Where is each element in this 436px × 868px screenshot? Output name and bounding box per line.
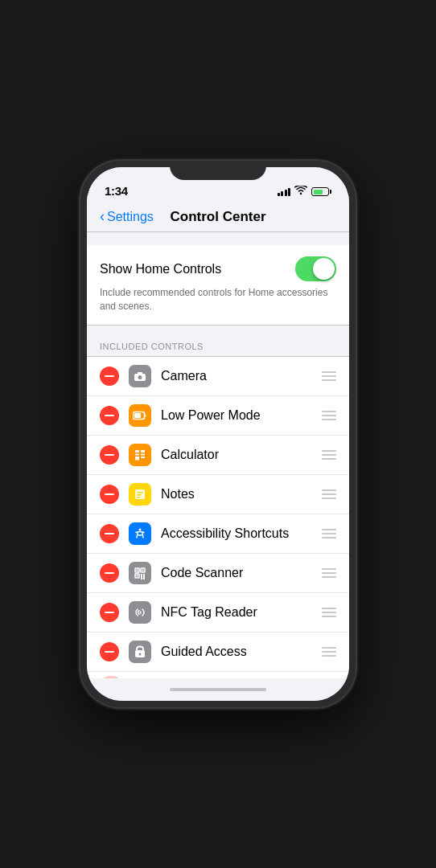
svg-rect-8	[141, 450, 145, 452]
nfc-label: NFC Tag Reader	[161, 605, 322, 620]
remove-calculator-button[interactable]	[100, 445, 119, 465]
accessibility-drag-handle[interactable]	[322, 529, 336, 538]
drag-line	[322, 651, 336, 653]
svg-rect-24	[141, 574, 142, 579]
remove-guided-button[interactable]	[100, 642, 119, 661]
battery-tip	[330, 190, 331, 194]
drag-line	[322, 537, 336, 538]
drag-line	[322, 529, 336, 530]
remove-accessibility-button[interactable]	[100, 524, 119, 543]
svg-rect-5	[134, 413, 141, 418]
screen: 1:34	[87, 167, 349, 701]
toggle-description: Include recommended controls for Home ac…	[100, 286, 336, 313]
drag-line	[322, 655, 336, 657]
phone-frame: 1:34	[80, 161, 356, 707]
guided-drag-handle[interactable]	[322, 647, 336, 657]
battery-body	[311, 187, 329, 196]
drag-line	[322, 489, 336, 491]
minus-icon	[105, 612, 114, 613]
svg-rect-15	[137, 494, 142, 496]
back-chevron-icon: ‹	[100, 208, 105, 225]
signal-bar-3	[285, 190, 287, 196]
svg-rect-22	[142, 569, 144, 571]
minus-icon	[105, 375, 114, 377]
remove-lowpower-button[interactable]	[100, 406, 119, 425]
list-item: Calculator	[87, 436, 349, 475]
signal-bar-2	[281, 191, 283, 196]
codescanner-drag-handle[interactable]	[322, 568, 336, 578]
svg-rect-9	[135, 453, 139, 455]
drag-line	[322, 572, 336, 574]
svg-rect-23	[137, 575, 138, 576]
list-item: Accessibility Shortcuts	[87, 514, 349, 554]
remove-nfc-button[interactable]	[100, 603, 119, 622]
camera-drag-handle[interactable]	[322, 371, 336, 381]
svg-point-2	[138, 375, 142, 379]
svg-rect-11	[135, 457, 139, 461]
list-item: Guided Access	[87, 633, 349, 672]
calculator-drag-handle[interactable]	[322, 450, 336, 460]
list-item: NFC Tag Reader	[87, 593, 349, 633]
back-button[interactable]: ‹ Settings	[100, 209, 154, 225]
calculator-label: Calculator	[161, 448, 322, 462]
minus-icon	[105, 533, 114, 534]
drag-line	[322, 458, 336, 460]
codescanner-icon	[129, 562, 151, 584]
accessibility-label: Accessibility Shortcuts	[161, 526, 322, 541]
drag-line	[322, 568, 336, 570]
notes-icon	[129, 483, 151, 506]
svg-rect-21	[137, 569, 138, 571]
lowpower-icon	[129, 404, 151, 427]
minus-icon	[105, 651, 114, 653]
svg-rect-12	[141, 457, 145, 458]
svg-point-0	[300, 193, 302, 194]
notes-label: Notes	[161, 487, 322, 502]
drag-line	[322, 616, 336, 617]
included-controls-list: Camera	[87, 356, 349, 678]
list-item: Camera	[87, 357, 349, 396]
minus-icon	[105, 572, 114, 574]
drag-line	[322, 415, 336, 416]
drag-line	[322, 647, 336, 649]
toggle-section: Show Home Controls Include recommended c…	[87, 245, 349, 326]
drag-line	[322, 411, 336, 412]
show-home-controls-toggle[interactable]	[295, 256, 336, 281]
minus-icon	[105, 415, 114, 416]
spacer-top	[87, 232, 349, 245]
remove-codescanner-button[interactable]	[100, 563, 119, 583]
svg-rect-25	[143, 574, 145, 579]
drag-line	[322, 371, 336, 373]
battery-indicator	[311, 187, 331, 196]
drag-line	[322, 576, 336, 578]
nfc-icon	[129, 601, 151, 624]
wifi-icon	[294, 186, 307, 198]
svg-rect-10	[141, 453, 145, 455]
status-icons	[278, 186, 332, 198]
list-item: Flashlight	[87, 672, 349, 678]
minus-icon	[105, 454, 114, 456]
list-item: Notes	[87, 475, 349, 514]
included-controls-header: INCLUDED CONTROLS	[87, 326, 349, 356]
remove-camera-button[interactable]	[100, 366, 119, 386]
lowpower-drag-handle[interactable]	[322, 411, 336, 420]
home-indicator	[87, 678, 349, 701]
guided-label: Guided Access	[161, 645, 322, 659]
toggle-label: Show Home Controls	[100, 262, 221, 276]
svg-rect-3	[138, 372, 142, 375]
remove-notes-button[interactable]	[100, 485, 119, 504]
svg-rect-6	[145, 414, 146, 416]
drag-line	[322, 608, 336, 609]
toggle-thumb	[313, 258, 335, 280]
svg-rect-16	[137, 497, 140, 498]
notch	[170, 161, 266, 180]
signal-bar-1	[278, 193, 280, 196]
nfc-drag-handle[interactable]	[322, 608, 336, 617]
svg-point-27	[139, 653, 142, 655]
notes-drag-handle[interactable]	[322, 489, 336, 499]
included-controls-section: INCLUDED CONTROLS	[87, 326, 349, 678]
drag-line	[322, 419, 336, 420]
back-label: Settings	[107, 210, 154, 224]
battery-fill	[314, 190, 323, 194]
drag-line	[322, 533, 336, 534]
signal-bar-4	[288, 188, 290, 196]
